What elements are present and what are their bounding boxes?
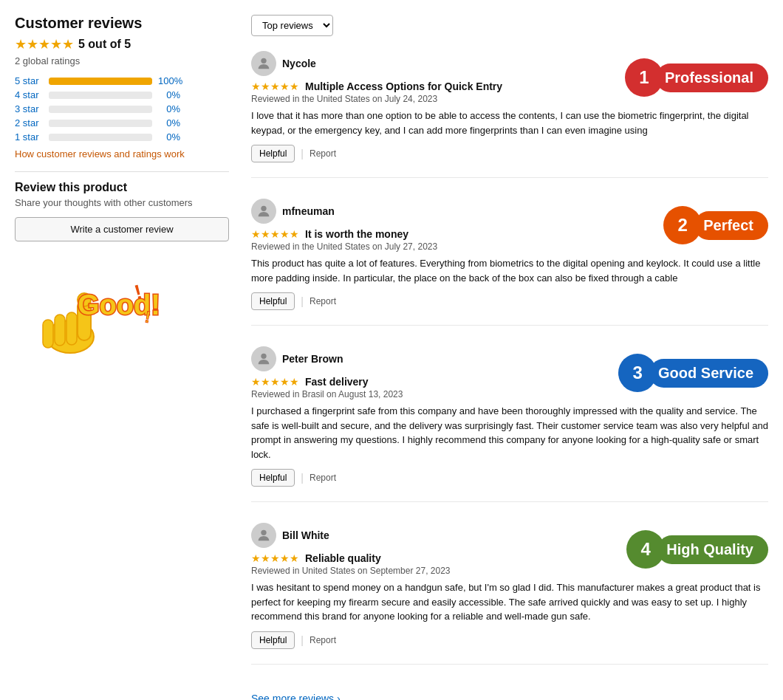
sort-select[interactable]: Top reviewsMost recent — [251, 15, 333, 36]
report-link[interactable]: Report — [310, 473, 336, 483]
review-stars: ★★★★★ — [251, 80, 299, 92]
avatar — [251, 51, 276, 76]
svg-rect-5 — [66, 312, 77, 345]
rating-bars-container: 5 star 100% 4 star 0% 3 star 0% 2 star 0… — [15, 75, 229, 143]
helpful-button[interactable]: Helpful — [251, 145, 295, 162]
avatar — [251, 199, 276, 224]
review-item: 3 Good Service Peter Brown ★★★★★ Fast de… — [251, 346, 768, 502]
svg-point-11 — [261, 354, 266, 359]
user-icon — [256, 203, 272, 219]
review-this-sub: Share your thoughts with other customers — [15, 197, 229, 208]
badge-container: 4 High Quality — [626, 530, 768, 569]
action-row: Helpful | Report — [251, 469, 768, 487]
user-icon — [256, 55, 272, 72]
review-stars: ★★★★★ — [251, 376, 299, 388]
how-ratings-work-link[interactable]: How customer reviews and ratings work — [15, 148, 229, 159]
review-this-title: Review this product — [15, 181, 229, 194]
badge-number: 3 — [618, 354, 657, 392]
review-badge: 2 Perfect — [663, 206, 768, 244]
rating-bar-row: 1 star 0% — [15, 131, 229, 143]
global-ratings: 2 global ratings — [15, 55, 229, 66]
review-body: I love that it has more than one option … — [251, 109, 768, 137]
bar-background — [49, 92, 152, 99]
svg-point-9 — [261, 58, 266, 64]
helpful-button[interactable]: Helpful — [251, 292, 295, 310]
bar-fill — [49, 78, 152, 85]
bar-percentage: 0% — [158, 131, 180, 143]
bar-background — [49, 120, 152, 127]
rating-bar-row: 3 star 0% — [15, 103, 229, 114]
bar-percentage: 100% — [158, 75, 180, 86]
review-title: Multiple Access Options for Quick Entry — [305, 80, 502, 92]
badge-text: Professional — [656, 64, 768, 92]
rating-stars: ★★★★★ — [15, 36, 74, 52]
divider-pipe: | — [301, 148, 304, 159]
helpful-button[interactable]: Helpful — [251, 631, 295, 649]
bar-background — [49, 134, 152, 141]
badge-text: Good Service — [649, 359, 768, 388]
report-link[interactable]: Report — [310, 635, 336, 645]
bar-percentage: 0% — [158, 103, 180, 114]
user-icon — [256, 527, 272, 543]
badge-text: High Quality — [657, 535, 768, 564]
action-row: Helpful | Report — [251, 145, 768, 162]
svg-rect-4 — [55, 315, 65, 346]
divider-pipe: | — [301, 634, 304, 646]
review-stars: ★★★★★ — [251, 228, 299, 240]
review-body: I was hesitant to spend money on a handg… — [251, 580, 768, 624]
rating-bar-row: 2 star 0% — [15, 117, 229, 128]
user-icon — [256, 351, 272, 367]
rating-bar-row: 4 star 0% — [15, 89, 229, 100]
review-body: I purchased a fingerprint safe from this… — [251, 404, 768, 461]
badge-number: 1 — [625, 58, 663, 97]
review-title: Reliable quality — [305, 552, 381, 564]
report-link[interactable]: Report — [310, 296, 336, 306]
badge-number: 4 — [626, 530, 665, 569]
review-item: 2 Perfect mfneuman ★★★★★ It is worth the… — [251, 199, 768, 326]
bar-background — [49, 78, 152, 85]
svg-point-12 — [261, 530, 266, 535]
reviewer-name: Bill White — [282, 529, 329, 541]
rating-label[interactable]: 5 star — [15, 75, 43, 86]
badge-number: 2 — [663, 206, 702, 244]
action-row: Helpful | Report — [251, 631, 768, 649]
badge-container: 3 Good Service — [618, 354, 768, 392]
review-title: Fast delivery — [305, 376, 369, 388]
review-item: 4 High Quality Bill White ★★★★★ Reliable… — [251, 523, 768, 665]
report-link[interactable]: Report — [310, 148, 336, 159]
reviewer-name: mfneuman — [282, 205, 335, 217]
divider-1 — [15, 171, 229, 172]
helpful-button[interactable]: Helpful — [251, 469, 295, 487]
bar-percentage: 0% — [158, 89, 180, 100]
see-more-link[interactable]: See more reviews › — [251, 693, 341, 701]
divider-pipe: | — [301, 472, 304, 484]
reviews-container: 1 Professional Nycole ★★★★★ Multiple Acc… — [251, 51, 768, 665]
svg-rect-3 — [43, 320, 53, 348]
badge-container: 1 Professional — [625, 58, 768, 97]
write-review-button[interactable]: Write a customer review — [15, 217, 229, 241]
review-body: This product has quite a lot of features… — [251, 256, 768, 285]
badge-container: 2 Perfect — [663, 206, 768, 244]
badge-text: Perfect — [694, 211, 768, 240]
sort-row: Top reviewsMost recent — [251, 15, 768, 36]
review-badge: 1 Professional — [625, 58, 768, 97]
reviewer-name: Peter Brown — [282, 353, 343, 365]
divider-pipe: | — [301, 295, 304, 307]
rating-out-of: 5 out of 5 — [78, 38, 131, 51]
customer-reviews-title: Customer reviews — [15, 15, 229, 32]
review-badge: 3 Good Service — [618, 354, 768, 392]
avatar — [251, 523, 276, 548]
rating-label[interactable]: 4 star — [15, 89, 43, 100]
rating-label[interactable]: 1 star — [15, 131, 43, 143]
rating-label[interactable]: 3 star — [15, 103, 43, 114]
bar-background — [49, 106, 152, 113]
review-item: 1 Professional Nycole ★★★★★ Multiple Acc… — [251, 51, 768, 178]
rating-bar-row: 5 star 100% — [15, 75, 229, 86]
svg-point-10 — [261, 206, 266, 211]
rating-label[interactable]: 2 star — [15, 117, 43, 128]
reviewer-name: Nycole — [282, 58, 316, 69]
avatar — [251, 346, 276, 371]
review-stars: ★★★★★ — [251, 552, 299, 564]
review-badge: 4 High Quality — [626, 530, 768, 569]
action-row: Helpful | Report — [251, 292, 768, 310]
